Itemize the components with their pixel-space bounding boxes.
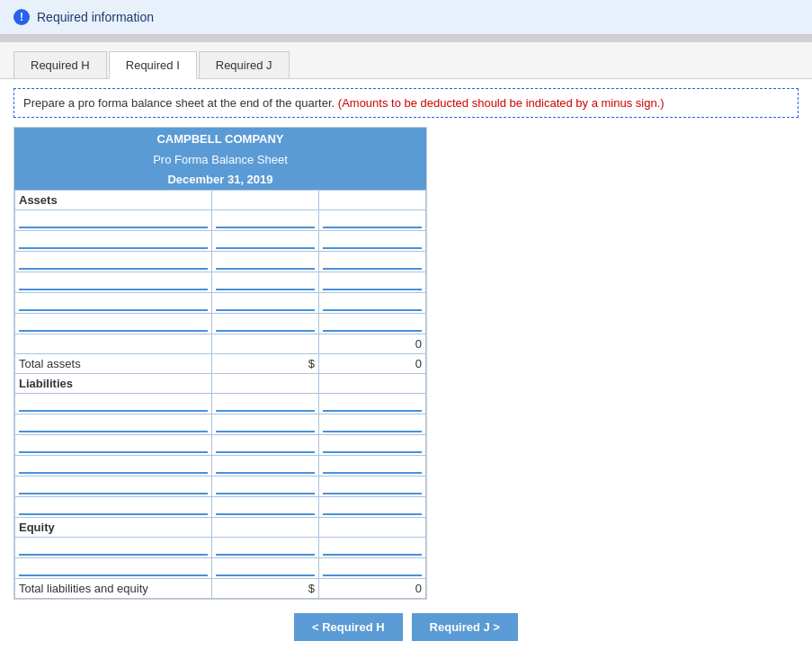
liability-val-right-3[interactable] [323,437,422,453]
assets-subtotal-value: 0 [318,334,425,354]
asset-name-3[interactable] [19,254,208,270]
asset-val-mid-4[interactable] [216,274,315,290]
equity-label: Equity [15,518,212,538]
next-button[interactable]: Required J > [412,613,518,641]
table-row [15,538,426,558]
asset-val-right-5[interactable] [323,295,422,311]
asset-val-right-6[interactable] [323,316,422,332]
table-row [15,435,426,456]
total-liabilities-dollar: $ [308,582,315,595]
table-row [15,231,426,252]
total-liabilities-equity-row: Total liabilities and equity $ 0 [15,579,426,599]
assets-section-header: Assets [15,191,426,210]
tab-required-j[interactable]: Required J [199,51,290,78]
liability-val-mid-2[interactable] [216,416,315,432]
liability-name-2[interactable] [19,416,208,432]
equity-val-right-1[interactable] [323,539,422,556]
table-row [15,252,426,272]
balance-data-table: Assets [14,190,426,599]
asset-val-mid-3[interactable] [216,254,315,270]
header-bar: ! Required information [0,0,812,35]
total-liabilities-equity-label: Total liabilities and equity [15,579,212,599]
liabilities-label: Liabilities [15,374,212,394]
equity-name-2[interactable] [19,560,208,576]
nav-buttons: < Required H Required J > [13,613,799,641]
tab-required-i[interactable]: Required I [109,51,197,79]
liability-val-mid-6[interactable] [216,499,315,515]
tabs-bar: Required H Required I Required J [0,42,812,79]
table-row [15,414,426,435]
asset-name-6[interactable] [19,316,208,332]
equity-val-mid-2[interactable] [216,560,315,576]
liabilities-section-header: Liabilities [15,374,426,394]
table-row [15,272,426,293]
asset-val-mid-5[interactable] [216,295,315,311]
prev-button[interactable]: < Required H [294,613,403,641]
asset-name-1[interactable] [19,212,208,228]
liability-val-right-4[interactable] [323,458,422,474]
liability-name-5[interactable] [19,478,208,494]
liability-val-mid-3[interactable] [216,437,315,453]
table-row [15,210,426,231]
asset-val-mid-2[interactable] [216,233,315,249]
liability-name-6[interactable] [19,499,208,515]
instruction-text: Prepare a pro forma balance sheet at the… [23,96,335,110]
liability-val-mid-4[interactable] [216,458,315,474]
liability-val-right-5[interactable] [323,478,422,494]
table-row [15,476,426,497]
assets-label: Assets [15,191,212,210]
equity-val-mid-1[interactable] [216,539,315,556]
asset-name-4[interactable] [19,274,208,290]
asset-val-right-4[interactable] [323,274,422,290]
asset-val-right-1[interactable] [323,212,422,228]
equity-name-1[interactable] [19,539,208,556]
equity-val-right-2[interactable] [323,560,422,576]
table-row [15,558,426,579]
liability-val-mid-1[interactable] [216,396,315,412]
asset-val-mid-6[interactable] [216,316,315,332]
info-icon: ! [13,9,30,25]
assets-subtotal-row: 0 [15,334,426,354]
liability-name-3[interactable] [19,437,208,453]
asset-val-mid-1[interactable] [216,212,315,228]
company-name: CAMPBELL COMPANY [14,128,426,150]
total-assets-value: 0 [318,354,425,374]
asset-name-5[interactable] [19,295,208,311]
liability-name-4[interactable] [19,458,208,474]
table-date: December 31, 2019 [14,169,426,190]
header-title: Required information [37,10,154,24]
instruction-box: Prepare a pro forma balance sheet at the… [13,88,799,118]
liability-name-1[interactable] [19,396,208,412]
balance-sheet-table: CAMPBELL COMPANY Pro Forma Balance Sheet… [13,127,427,600]
table-row [15,456,426,476]
total-liabilities-value: 0 [318,579,425,599]
asset-name-2[interactable] [19,233,208,249]
table-row [15,314,426,334]
table-row [15,293,426,314]
instruction-highlight: (Amounts to be deducted should be indica… [338,96,665,110]
total-assets-label: Total assets [15,354,212,374]
liability-val-right-6[interactable] [323,499,422,515]
table-row [15,394,426,414]
table-row [15,497,426,518]
asset-val-right-3[interactable] [323,254,422,270]
liability-val-right-2[interactable] [323,416,422,432]
asset-val-right-2[interactable] [323,233,422,249]
section-divider [0,35,812,42]
liability-val-right-1[interactable] [323,396,422,412]
equity-section-header: Equity [15,518,426,538]
total-assets-dollar: $ [308,357,315,370]
total-assets-row: Total assets $ 0 [15,354,426,374]
table-subtitle: Pro Forma Balance Sheet [14,150,426,169]
liability-val-mid-5[interactable] [216,478,315,494]
tab-required-h[interactable]: Required H [13,51,107,78]
